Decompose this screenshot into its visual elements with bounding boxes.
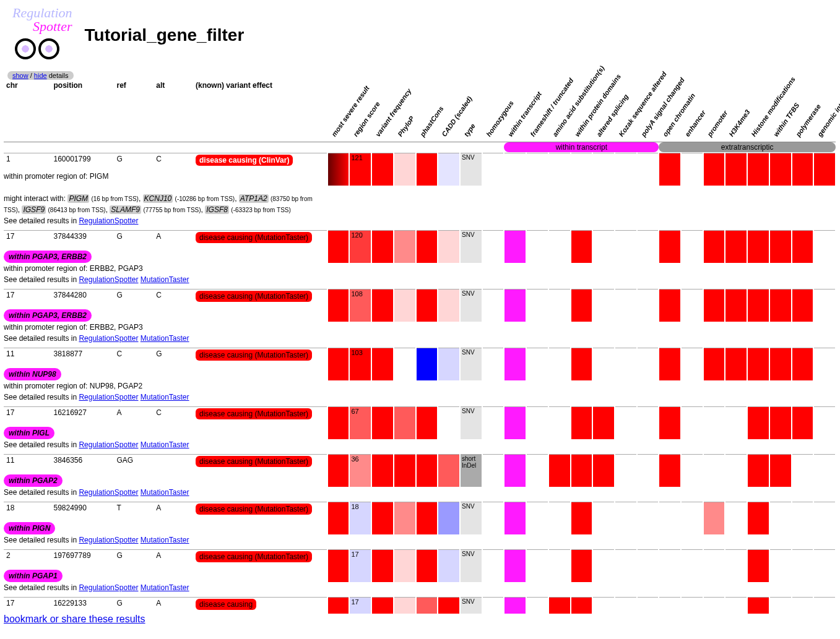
col-PhyloP: PhyloP bbox=[394, 80, 416, 142]
logo: Regulation Spotter bbox=[12, 6, 72, 64]
show-link[interactable]: show bbox=[12, 72, 28, 79]
col-Kozak-sequence-altered: Kozak sequence altered bbox=[615, 80, 637, 142]
table-row: 1716216927ACdisease causing (MutationTas… bbox=[4, 406, 836, 423]
regulationspotter-link[interactable]: RegulationSpotter bbox=[79, 217, 138, 225]
detail-row: within PGAP3, ERBB2within promoter regio… bbox=[4, 247, 836, 289]
effect-badge: disease causing (MutationTaster) bbox=[196, 232, 312, 243]
col-promoter: promoter bbox=[703, 80, 725, 142]
effect-badge: disease causing (MutationTaster) bbox=[196, 291, 312, 302]
col-within-transcript: within transcript bbox=[504, 80, 526, 142]
table-row: 1737844339GAdisease causing (MutationTas… bbox=[4, 230, 836, 247]
col-polymerase: polymerase bbox=[792, 80, 814, 142]
mutationtaster-link[interactable]: MutationTaster bbox=[141, 440, 189, 449]
table-row: 1737844280GCdisease causing (MutationTas… bbox=[4, 289, 836, 306]
header: Regulation Spotter Tutorial_gene_filter bbox=[0, 0, 840, 71]
col-H3K4me3: H3K4me3 bbox=[725, 80, 747, 142]
mutationtaster-link[interactable]: MutationTaster bbox=[141, 488, 189, 497]
regulationspotter-link[interactable]: RegulationSpotter bbox=[79, 488, 138, 497]
binoculars-icon bbox=[12, 33, 62, 64]
within-badge: within PIGN bbox=[4, 522, 55, 534]
col-homozygous: homozygous bbox=[482, 80, 504, 142]
col-region-score: region score bbox=[349, 80, 371, 142]
logo-text-spotter: Spotter bbox=[33, 20, 72, 33]
col-frameshift-truncated: frameshift / truncated bbox=[526, 80, 548, 142]
within-badge: within PIGL bbox=[4, 427, 54, 439]
table-row: 2197697789GAdisease causing (MutationTas… bbox=[4, 549, 836, 566]
detail-row: within NUP98within promoter region of: N… bbox=[4, 364, 836, 407]
table-header-row: chrpositionrefalt(known) variant effectm… bbox=[4, 80, 836, 142]
logo-text-regulation: Regulation bbox=[12, 6, 72, 20]
regulationspotter-link[interactable]: RegulationSpotter bbox=[79, 583, 138, 592]
col-variant-frequency: variant frequency bbox=[371, 80, 394, 142]
regulationspotter-link[interactable]: RegulationSpotter bbox=[79, 536, 138, 544]
effect-badge: disease causing (MutationTaster) bbox=[196, 350, 312, 361]
hide-link[interactable]: hide bbox=[34, 72, 47, 79]
results-table: chrpositionrefalt(known) variant effectm… bbox=[4, 80, 836, 614]
detail-row: within promoter region of: PIGMmight int… bbox=[4, 169, 836, 231]
col-most-severe-result: most severe result bbox=[327, 80, 350, 142]
col-enhancer: enhancer bbox=[681, 80, 703, 142]
table-body: 1160001799GCdisease causing (ClinVar)121… bbox=[4, 153, 836, 614]
effect-badge: disease causing (MutationTaster) bbox=[196, 504, 312, 515]
regulationspotter-link[interactable]: RegulationSpotter bbox=[79, 275, 138, 284]
col-genomic-interaction-s-: genomic interaction(s) bbox=[813, 80, 836, 142]
within-badge: within PGAP3, ERBB2 bbox=[4, 251, 92, 263]
col-altered-splicing: altered splicing bbox=[592, 80, 615, 142]
mutationtaster-link[interactable]: MutationTaster bbox=[141, 334, 189, 343]
col-type: type bbox=[460, 80, 482, 142]
col-within-protein-domains: within protein domains bbox=[571, 80, 593, 142]
within-badge: within NUP98 bbox=[4, 368, 61, 380]
detail-row: within PGAP1See detailed results in Regu… bbox=[4, 566, 836, 598]
bookmark-link[interactable]: bookmark or share these results bbox=[0, 610, 149, 625]
within-badge: within PGAP1 bbox=[4, 570, 63, 582]
within-badge: within PGAP2 bbox=[4, 474, 63, 487]
table-row: 1859824990TAdisease causing (MutationTas… bbox=[4, 502, 836, 518]
mutationtaster-link[interactable]: MutationTaster bbox=[141, 275, 189, 284]
col-position: position bbox=[51, 80, 115, 142]
regulationspotter-link[interactable]: RegulationSpotter bbox=[79, 334, 138, 343]
page-title: Tutorial_gene_filter bbox=[85, 25, 245, 45]
col-amino-acid-substitution-s-: amino acid substitution(s) bbox=[548, 80, 571, 142]
details-toggle[interactable]: show / hide details bbox=[7, 71, 74, 80]
effect-badge: disease causing (MutationTaster) bbox=[196, 456, 312, 467]
mutationtaster-link[interactable]: MutationTaster bbox=[141, 536, 189, 544]
mutationtaster-link[interactable]: MutationTaster bbox=[141, 393, 189, 401]
effect-badge: disease causing bbox=[196, 599, 256, 610]
detail-row: within PIGLSee detailed results in Regul… bbox=[4, 423, 836, 455]
group-header-row: within transcriptextratranscriptic bbox=[4, 142, 836, 153]
detail-row: within PIGNSee detailed results in Regul… bbox=[4, 518, 836, 550]
table-row: 113818877CGdisease causing (MutationTast… bbox=[4, 348, 836, 364]
col-Histone-modifications: Histone modifications bbox=[747, 80, 769, 142]
within-badge: within PGAP3, ERBB2 bbox=[4, 309, 92, 322]
col-within-TFBS: within TFBS bbox=[769, 80, 792, 142]
table-row: 113846356GAGdisease causing (MutationTas… bbox=[4, 454, 836, 471]
detail-row: within PGAP2See detailed results in Regu… bbox=[4, 471, 836, 502]
col-chr: chr bbox=[4, 80, 51, 142]
effect-badge: disease causing (ClinVar) bbox=[196, 155, 293, 166]
col-polyA-signal-changed: polyA signal changed bbox=[637, 80, 659, 142]
table-row: 1160001799GCdisease causing (ClinVar)121… bbox=[4, 153, 836, 169]
col-CADD-scaled-: CADD (scaled) bbox=[438, 80, 460, 142]
effect-badge: disease causing (MutationTaster) bbox=[196, 408, 312, 419]
effect-badge: disease causing (MutationTaster) bbox=[196, 551, 312, 562]
regulationspotter-link[interactable]: RegulationSpotter bbox=[79, 440, 138, 449]
col-alt: alt bbox=[154, 80, 193, 142]
detail-row: within PGAP3, ERBB2within promoter regio… bbox=[4, 306, 836, 348]
regulationspotter-link[interactable]: RegulationSpotter bbox=[79, 393, 138, 401]
col-phastCons: phastCons bbox=[416, 80, 438, 142]
col-ref: ref bbox=[115, 80, 154, 142]
col-open-chromatin: open chromatin bbox=[659, 80, 681, 142]
mutationtaster-link[interactable]: MutationTaster bbox=[141, 583, 189, 592]
col--known-variant-effect: (known) variant effect bbox=[193, 80, 327, 142]
